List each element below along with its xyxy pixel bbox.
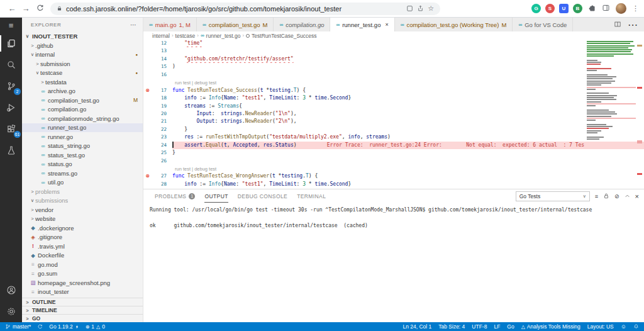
file-tree-item[interactable]: ∞status.go <box>22 160 143 169</box>
source-control-icon[interactable]: 2 <box>0 76 22 97</box>
settings-gear-icon[interactable] <box>0 301 22 322</box>
code-line[interactable]: ⊗17func TestRunTestCase_Success(t *testi… <box>143 87 644 94</box>
file-tree-item[interactable]: >testdata <box>22 77 143 87</box>
sync-icon[interactable] <box>37 323 43 330</box>
editor-tab[interactable]: ∞compilation_test.go (Working Tree)M <box>395 18 513 31</box>
panel-tab-terminal[interactable]: TERMINAL <box>297 189 326 203</box>
file-tree-item[interactable]: >vendor <box>22 205 143 215</box>
code-line[interactable]: 20 Input: strings.NewReader("1\n"), <box>143 110 644 118</box>
editor-tab[interactable]: ∞compilation_test.goM <box>197 18 274 31</box>
panel-tab-output[interactable]: OUTPUT <box>204 189 228 203</box>
analysis-tools-item[interactable]: △Analysis Tools Missing <box>521 323 580 330</box>
scroll-lock-icon[interactable] <box>603 193 609 199</box>
share-icon[interactable] <box>417 5 424 12</box>
file-tree-item[interactable]: ∞compilationmode_string.go <box>22 114 143 123</box>
sidebar-more-actions-icon[interactable]: ⋯ <box>130 21 136 28</box>
sidebar-section-outline[interactable]: >OUTLINE <box>22 298 143 306</box>
code-line[interactable]: 16 <box>143 71 644 79</box>
breadcrumb-item[interactable]: internal <box>152 33 170 39</box>
editor-tab[interactable]: ∞Go for VS Code <box>513 18 573 31</box>
file-tree-item[interactable]: ∞util.go <box>22 178 143 188</box>
problems-item[interactable]: ⊗1 △0 <box>86 323 105 330</box>
file-tree-item[interactable]: >.github <box>22 41 143 50</box>
breadcrumb-item[interactable]: testcase <box>175 33 196 39</box>
testing-beaker-icon[interactable] <box>0 140 22 161</box>
file-tree-item[interactable]: ∞streams.go <box>22 169 143 178</box>
shield-extension-icon[interactable]: U <box>559 4 569 13</box>
editor-tab[interactable]: ∞main.go1, M <box>143 18 197 31</box>
explorer-icon[interactable] <box>0 33 22 54</box>
code-line[interactable]: 24 assert.Equal(t, Accepted, res.Status)… <box>143 142 644 149</box>
address-bar[interactable]: code.ssh.jarosik.online/?folder=/home/tj… <box>50 3 440 15</box>
file-tree-item[interactable]: ∨submissions <box>22 196 143 206</box>
code-line[interactable]: 26 <box>143 157 644 165</box>
extensions-puzzle-icon[interactable] <box>588 3 596 14</box>
green-extension-icon[interactable]: B <box>573 4 582 13</box>
browser-forward-icon[interactable]: → <box>19 4 33 13</box>
file-tree-item[interactable]: >website <box>22 215 143 224</box>
file-tree-item[interactable]: ∨internal● <box>22 50 143 60</box>
code-line[interactable]: 28 info := Info{Name: "test1", TimeLimit… <box>143 181 644 188</box>
sidebar-section-go[interactable]: >GO <box>22 314 143 322</box>
run-debug-icon[interactable] <box>0 97 22 118</box>
breadcrumb-item[interactable]: runner_test.go <box>206 33 241 39</box>
language-mode-item[interactable]: Go <box>507 323 514 330</box>
url-text[interactable]: code.ssh.jarosik.online/?folder=/home/tj… <box>66 5 402 13</box>
git-branch-item[interactable]: master* <box>5 323 31 330</box>
side-panel-icon[interactable] <box>406 5 413 12</box>
panel-tab-debug-console[interactable]: DEBUG CONSOLE <box>238 189 287 203</box>
code-line[interactable]: 18 info := Info{Name: "test1", TimeLimit… <box>143 94 644 102</box>
close-panel-icon[interactable]: × <box>635 193 639 200</box>
account-icon[interactable] <box>0 279 22 301</box>
sidebar-section-timeline[interactable]: >TIMELINE <box>22 306 143 314</box>
breadcrumb-item[interactable]: TestRunTestCase_Success <box>252 33 316 39</box>
search-icon[interactable] <box>0 54 22 76</box>
file-tree-item[interactable]: >problems <box>22 187 143 196</box>
encoding-item[interactable]: UTF-8 <box>472 323 487 330</box>
file-tree-item[interactable]: ◈.gitignore <box>22 233 143 242</box>
keyboard-layout-item[interactable]: Layout: US <box>587 323 614 330</box>
file-tree-item[interactable]: ∨testcase● <box>22 69 143 78</box>
file-tree-item[interactable]: ◆Dockerfile <box>22 251 143 261</box>
clear-output-icon[interactable]: ⊘ <box>614 193 619 199</box>
file-tree-item[interactable]: ∞compilation.go <box>22 105 143 115</box>
profile-avatar[interactable] <box>616 3 626 14</box>
code-editor[interactable]: 12 "time"1314 "github.com/stretchr/testi… <box>143 40 644 189</box>
browser-reload-icon[interactable] <box>33 4 47 14</box>
file-tree-item[interactable]: ∞runner.go <box>22 132 143 142</box>
codelens-run-test[interactable]: run test | debug test <box>143 79 644 86</box>
editor-tab[interactable]: ∞runner_test.go× <box>330 18 394 31</box>
indentation-item[interactable]: Tab Size: 4 <box>438 323 465 330</box>
more-actions-icon[interactable]: ⋯ <box>628 19 638 31</box>
code-line[interactable]: 25} <box>143 149 644 157</box>
go-version-item[interactable]: Go 1.19.2 <box>49 323 79 330</box>
notifications-bell-icon[interactable] <box>633 323 639 330</box>
file-tree-item[interactable]: ∞status_test.go <box>22 150 143 160</box>
file-tree-item[interactable]: >submission <box>22 59 143 69</box>
output-channel-select[interactable]: Go Tests∨ <box>516 191 590 201</box>
file-tree-item[interactable]: ◆.dockerignore <box>22 223 143 233</box>
output-console[interactable]: Running tool: /usr/local/go/bin/go test … <box>143 203 644 234</box>
cursor-position-item[interactable]: Ln 24, Col 1 <box>402 323 431 330</box>
file-tree-item[interactable]: ≡go.mod <box>22 260 143 269</box>
panel-tab-problems[interactable]: PROBLEMS1 <box>155 189 195 203</box>
output-actions-icon[interactable]: ≡ <box>595 193 598 199</box>
bookmark-star-icon[interactable]: ☆ <box>428 4 434 13</box>
codelens-run-test[interactable]: run test | debug test <box>143 165 644 172</box>
file-tree-item[interactable]: ≡inout_tester <box>22 288 143 297</box>
browser-back-icon[interactable]: ← <box>5 4 19 13</box>
file-tree-item[interactable]: ∞archive.go <box>22 87 143 96</box>
code-line[interactable]: 21 Output: strings.NewReader("2\n"), <box>143 118 644 125</box>
code-line[interactable]: 14 "github.com/stretchr/testify/assert" <box>143 55 644 63</box>
red-extension-icon[interactable]: S <box>545 4 555 13</box>
minimap[interactable] <box>587 41 636 140</box>
split-editor-icon[interactable] <box>614 19 621 30</box>
menu-icon[interactable]: ≡ <box>0 18 22 33</box>
code-line[interactable]: 23 res := runTestWithTmpOutput("testdata… <box>143 133 644 141</box>
tab-close-icon[interactable]: × <box>385 21 388 28</box>
editor-tab[interactable]: ∞compilation.go <box>274 18 330 31</box>
browser-sidebar-icon[interactable] <box>602 3 610 14</box>
maximize-panel-icon[interactable] <box>625 193 630 199</box>
code-line[interactable]: 12 "time" <box>143 40 644 47</box>
grammarly-extension-icon[interactable]: G <box>531 4 541 13</box>
